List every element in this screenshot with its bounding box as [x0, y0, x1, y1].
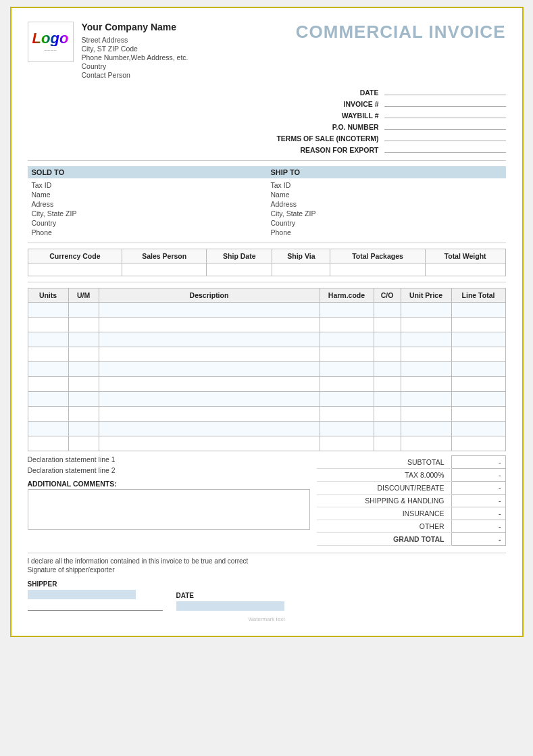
- col-ship-date: Ship Date: [207, 249, 272, 263]
- discount-value: -: [451, 482, 505, 495]
- declaration-line2: Declaration statement line 2: [28, 466, 310, 474]
- item-cell: [68, 303, 99, 318]
- item-cell: [28, 362, 68, 377]
- date-field: DATE: [176, 592, 284, 611]
- col-total-packages: Total Packages: [330, 249, 425, 263]
- item-cell: [374, 422, 401, 436]
- item-row: [28, 347, 505, 362]
- invoice-page: Logo ~~~~ Your Company Name Street Addre…: [10, 7, 524, 637]
- item-cell: [99, 303, 320, 318]
- item-cell: [68, 377, 99, 392]
- ship-country: Country: [267, 218, 506, 228]
- total-packages-value: [330, 263, 425, 276]
- item-cell: [320, 436, 374, 451]
- item-cell: [99, 318, 320, 332]
- footer-date-value: [176, 601, 284, 611]
- po-label: P.O. NUMBER: [263, 123, 384, 131]
- col-currency-code: Currency Code: [28, 249, 122, 263]
- items-table-container: Units U/M Description Harm.code C/O Unit…: [28, 288, 506, 451]
- ship-tax-id: Tax ID: [267, 180, 506, 190]
- col-description: Description: [99, 288, 320, 303]
- item-cell: [320, 347, 374, 362]
- sold-name: Name: [28, 190, 267, 199]
- terms-label: TERMS OF SALE (INCOTERM): [263, 134, 384, 143]
- logo-text: Logo: [32, 31, 69, 46]
- company-info: Your Company Name Street Address City, S…: [82, 22, 188, 79]
- tax-row: TAX 8.000% -: [317, 469, 506, 482]
- item-cell: [451, 407, 505, 422]
- invoice-num-row: INVOICE #: [243, 97, 505, 108]
- bottom-section: Declaration statement line 1 Declaration…: [28, 455, 506, 546]
- item-row: [28, 436, 505, 451]
- signature-line: SHIPPER DATE: [28, 580, 506, 611]
- item-cell: [451, 377, 505, 392]
- ship-date-value: [207, 263, 272, 276]
- watermark: Watermark text: [28, 616, 506, 622]
- item-cell: [401, 318, 451, 332]
- other-value: -: [451, 520, 505, 533]
- col-units: Units: [28, 288, 68, 303]
- item-cell: [401, 377, 451, 392]
- declare-line2: Signature of shipper/exporter: [28, 566, 506, 574]
- item-cell: [374, 303, 401, 318]
- shipper-label: SHIPPER: [28, 580, 163, 588]
- item-cell: [451, 362, 505, 377]
- date-label: DATE: [263, 89, 384, 97]
- item-row: [28, 332, 505, 347]
- shipping-label: SHIPPING & HANDLING: [317, 495, 452, 507]
- subtotal-row: SUBTOTAL -: [317, 456, 506, 469]
- item-cell: [28, 422, 68, 436]
- item-cell: [320, 303, 374, 318]
- invoice-num-label: INVOICE #: [263, 100, 384, 108]
- item-cell: [374, 377, 401, 392]
- comments-box: [28, 489, 310, 530]
- date-value: [384, 86, 506, 95]
- declare-line1: I declare all the information contained …: [28, 557, 506, 565]
- item-cell: [28, 332, 68, 347]
- discount-row: DISCOUNT/REBATE -: [317, 482, 506, 495]
- item-cell: [68, 392, 99, 407]
- col-ship-via: Ship Via: [272, 249, 330, 263]
- item-cell: [374, 347, 401, 362]
- col-co: C/O: [374, 288, 401, 303]
- company-country: Country: [82, 62, 188, 70]
- sales-person-value: [122, 263, 207, 276]
- date-row: DATE: [243, 86, 505, 97]
- total-weight-value: [425, 263, 505, 276]
- ship-via-value: [272, 263, 330, 276]
- item-cell: [374, 407, 401, 422]
- item-row: [28, 392, 505, 407]
- item-cell: [320, 332, 374, 347]
- ship-phone: Phone: [267, 228, 506, 237]
- insurance-row: INSURANCE -: [317, 507, 506, 520]
- sold-tax-id: Tax ID: [28, 180, 267, 190]
- other-label: OTHER: [317, 520, 452, 533]
- item-cell: [320, 362, 374, 377]
- item-cell: [451, 422, 505, 436]
- currency-code-value: [28, 263, 122, 276]
- item-cell: [68, 318, 99, 332]
- col-line-total: Line Total: [451, 288, 505, 303]
- item-row: [28, 303, 505, 318]
- item-cell: [28, 407, 68, 422]
- terms-value: [384, 132, 506, 141]
- ship-address: Address: [267, 199, 506, 209]
- footer-section: I declare all the information contained …: [28, 553, 506, 611]
- item-row: [28, 407, 505, 422]
- shipping-table-container: Currency Code Sales Person Ship Date Shi…: [28, 249, 506, 276]
- divider-1: [28, 160, 506, 161]
- item-cell: [68, 362, 99, 377]
- item-cell: [401, 407, 451, 422]
- totals-col: SUBTOTAL - TAX 8.000% - DISCOUNT/REBATE …: [317, 455, 506, 546]
- col-unit-price: Unit Price: [401, 288, 451, 303]
- grand-total-label: GRAND TOTAL: [317, 533, 452, 546]
- item-cell: [401, 436, 451, 451]
- item-cell: [320, 318, 374, 332]
- header-section: Logo ~~~~ Your Company Name Street Addre…: [28, 22, 506, 79]
- declaration-col: Declaration statement line 1 Declaration…: [28, 455, 317, 546]
- item-row: [28, 318, 505, 332]
- item-cell: [451, 318, 505, 332]
- insurance-label: INSURANCE: [317, 507, 452, 520]
- item-cell: [99, 347, 320, 362]
- invoice-num-value: [384, 97, 506, 107]
